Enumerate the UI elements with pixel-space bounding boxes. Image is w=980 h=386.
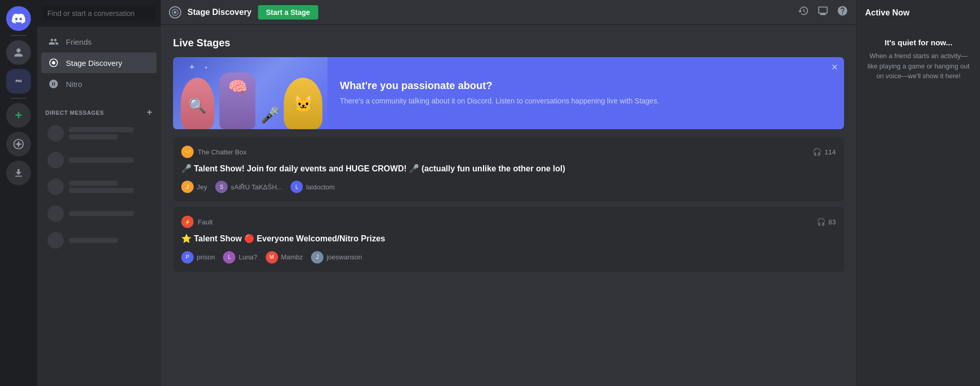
banner-text: What're you passionate about? There's a … xyxy=(328,67,844,119)
stage-server-info-1: 🤝 The Chatter Box xyxy=(181,146,247,158)
friends-icon xyxy=(47,36,60,48)
speaker-1-3: L laidoctom xyxy=(290,181,335,193)
direct-messages-label: DIRECT MESSAGES xyxy=(45,110,104,116)
stage-discovery-topbar-icon xyxy=(169,6,181,19)
server-sidebar: PHI + xyxy=(0,0,37,386)
dm-skeleton-1 xyxy=(41,121,157,146)
dm-skeleton-2 xyxy=(41,148,157,172)
search-input[interactable] xyxy=(42,6,156,21)
dm-avatar-4 xyxy=(47,205,64,222)
quiet-title: It's quiet for now... xyxy=(865,38,972,47)
sidebar-item-friends[interactable]: Friends xyxy=(41,31,157,52)
speaker-avatar-1-1: J xyxy=(181,181,194,193)
channel-sidebar: Friends Stage Discovery Nitro DIRECT MES… xyxy=(37,0,161,386)
screen-icon[interactable] xyxy=(817,5,829,19)
stage-speakers-1: J Jey S sАіŘU TaKΔŜH... L laidoctom xyxy=(181,181,836,193)
sidebar-nav: Friends Stage Discovery Nitro xyxy=(37,27,161,99)
history-icon[interactable] xyxy=(798,5,809,19)
speaker-1-1: J Jey xyxy=(181,181,207,193)
banner-card: ✦ ✦ 🔍 🧠 🐱 🎤 xyxy=(173,57,844,129)
nitro-icon xyxy=(47,78,60,90)
compass-icon-button[interactable] xyxy=(6,132,31,156)
sidebar-item-label-friends: Friends xyxy=(66,38,92,46)
stage-card-2-header: ⚡ Fault 🎧 83 xyxy=(181,216,836,228)
server-philosophy-icon[interactable]: PHI xyxy=(6,69,31,94)
headphone-icon-2: 🎧 xyxy=(817,218,826,226)
dm-avatar-5 xyxy=(47,232,64,249)
quiet-description: When a friend starts an activity—like pl… xyxy=(865,51,972,81)
speaker-2-2: L Luna? xyxy=(223,251,257,264)
svg-marker-1 xyxy=(15,141,23,148)
topbar: Stage Discovery Start a Stage xyxy=(161,0,856,25)
speaker-name-2-2: Luna? xyxy=(238,253,257,261)
speaker-2-3: M Mambz xyxy=(266,251,303,264)
add-server-button[interactable]: + xyxy=(6,103,31,128)
download-icon-button[interactable] xyxy=(6,161,31,185)
banner-illustration: ✦ ✦ 🔍 🧠 🐱 🎤 xyxy=(173,57,328,129)
dm-avatar-2 xyxy=(47,152,64,168)
listener-count-value-2: 83 xyxy=(829,218,836,226)
speaker-name-2-3: Mambz xyxy=(281,253,303,261)
speaker-avatar-2-2: L xyxy=(223,251,235,264)
main-content: Stage Discovery Start a Stage Live Stage… xyxy=(161,0,856,386)
stage-speakers-2: P prison L Luna? M Mambz J joeswanson xyxy=(181,251,836,264)
stage-card-2[interactable]: ⚡ Fault 🎧 83 ⭐ Talent Show 🔴 Everyone We… xyxy=(173,207,844,271)
direct-messages-header: DIRECT MESSAGES + xyxy=(37,99,161,120)
speaker-avatar-1-2: S xyxy=(215,181,228,193)
stage-card-1-header: 🤝 The Chatter Box 🎧 114 xyxy=(181,146,836,158)
svg-point-3 xyxy=(52,61,56,65)
stage-server-name-2: Fault xyxy=(198,218,213,226)
banner-description: There's a community talking about it on … xyxy=(340,96,832,107)
search-bar-container xyxy=(37,0,161,27)
banner-close-button[interactable]: ✕ xyxy=(831,62,838,72)
svg-point-5 xyxy=(174,11,176,13)
stage-listener-count-2: 🎧 83 xyxy=(817,218,836,226)
sidebar-item-label-nitro: Nitro xyxy=(66,80,82,89)
topbar-title: Stage Discovery xyxy=(187,8,252,17)
headphone-icon-1: 🎧 xyxy=(813,148,821,156)
speaker-avatar-2-1: P xyxy=(181,251,194,264)
sidebar-item-label-stage: Stage Discovery xyxy=(66,59,122,67)
start-stage-button[interactable]: Start a Stage xyxy=(258,5,319,20)
stage-discovery-nav-icon xyxy=(47,57,60,69)
help-icon[interactable] xyxy=(837,5,848,19)
speaker-name-2-1: prison xyxy=(197,253,215,261)
stage-listener-count-1: 🎧 114 xyxy=(813,148,836,156)
active-now-title: Active Now xyxy=(865,8,972,17)
server-separator-2 xyxy=(10,98,27,99)
speaker-avatar-2-4: J xyxy=(311,251,323,264)
server-user-icon[interactable] xyxy=(6,40,31,65)
stage-title-1: 🎤 Talent Show! Join for daily events and… xyxy=(181,163,836,174)
speaker-avatar-1-3: L xyxy=(290,181,303,193)
content-area: Live Stages ✦ ✦ 🔍 🧠 xyxy=(161,25,856,386)
right-panel: Active Now It's quiet for now... When a … xyxy=(856,0,980,386)
banner-title: What're you passionate about? xyxy=(340,80,832,92)
discord-home-button[interactable] xyxy=(6,6,31,31)
dm-lines-4 xyxy=(69,211,150,216)
server-separator xyxy=(10,35,27,36)
speaker-name-1-2: sАіŘU TaKΔŜH... xyxy=(231,183,282,191)
sidebar-item-nitro[interactable]: Nitro xyxy=(41,74,157,94)
dm-skeleton-4 xyxy=(41,201,157,226)
speaker-name-2-4: joeswanson xyxy=(326,253,362,261)
stage-card-1[interactable]: 🤝 The Chatter Box 🎧 114 🎤 Talent Show! J… xyxy=(173,137,844,201)
stage-server-avatar-1: 🤝 xyxy=(181,146,194,158)
speaker-avatar-2-3: M xyxy=(266,251,278,264)
dm-skeleton-5 xyxy=(41,228,157,253)
speaker-name-1-1: Jey xyxy=(197,183,207,191)
dm-avatar-3 xyxy=(47,179,64,195)
speaker-1-2: S sАіŘU TaKΔŜH... xyxy=(215,181,282,193)
add-dm-button[interactable]: + xyxy=(147,107,152,118)
stage-title-2: ⭐ Talent Show 🔴 Everyone Welcomed/Nitro … xyxy=(181,233,836,244)
stage-server-avatar-2: ⚡ xyxy=(181,216,194,228)
dm-lines-3 xyxy=(69,181,150,193)
listener-count-value-1: 114 xyxy=(824,148,836,156)
speaker-2-4: J joeswanson xyxy=(311,251,362,264)
stage-server-info-2: ⚡ Fault xyxy=(181,216,213,228)
dm-skeleton-3 xyxy=(41,174,157,199)
quiet-section: It's quiet for now... When a friend star… xyxy=(865,28,972,92)
dm-lines-5 xyxy=(69,238,150,243)
sidebar-item-stage-discovery[interactable]: Stage Discovery xyxy=(41,52,157,73)
dm-lines-2 xyxy=(69,157,150,163)
stage-server-name-1: The Chatter Box xyxy=(198,148,247,156)
